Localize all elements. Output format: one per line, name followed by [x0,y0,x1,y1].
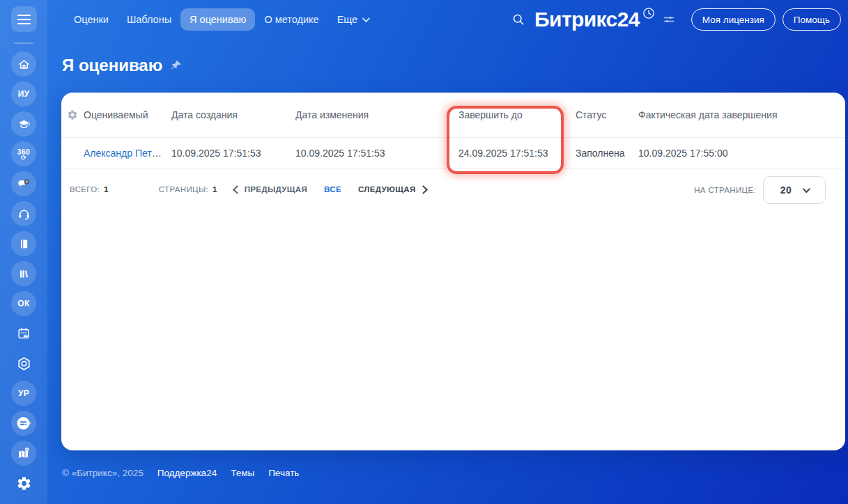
bitrix24-screen: ИУ 360 ⟳ [0,0,848,504]
sidebar-item-library[interactable] [11,261,36,286]
sidebar-item-book[interactable] [11,231,36,256]
sidebar-item-schedule[interactable] [11,321,36,346]
sidebar-item-360-assessment[interactable]: 360 ⟳ [11,141,36,166]
sidebar-item-settings[interactable] [11,471,36,496]
library-books-icon [17,267,31,281]
previous-page-button[interactable]: ПРЕДЫДУЩАЯ [234,185,307,194]
column-header-evaluatee[interactable]: Оцениваемый [84,109,171,120]
footer-link-print[interactable]: Печать [268,468,299,478]
copilot-icon [15,414,33,432]
next-page-button[interactable]: СЛЕДУЮЩАЯ [358,185,426,194]
sidebar-item-feedback[interactable] [11,171,36,196]
pagination-bar: ВСЕГО: 1 СТРАНИЦЫ: 1 ПРЕДЫДУЩАЯ ВСЕ СЛЕД… [61,169,845,210]
book-icon [17,237,31,251]
sidebar-item-home[interactable] [11,52,36,77]
chevron-left-icon [233,185,242,194]
pagination-controls: СТРАНИЦЫ: 1 ПРЕДЫДУЩАЯ ВСЕ СЛЕДУЮЩАЯ [159,185,426,194]
table-row: Александр Петров 10.09.2025 17:51:53 10.… [61,138,845,169]
footer-link-themes[interactable]: Темы [231,468,254,478]
hexagon-icon [16,356,32,372]
per-page-control: НА СТРАНИЦЕ: 20 [694,176,826,204]
sidebar-item-ur[interactable]: УР [11,381,36,406]
headset-icon [17,207,31,221]
chevron-right-icon [419,185,428,194]
show-all-button[interactable]: ВСЕ [324,185,341,194]
column-header-complete-by[interactable]: Завершить до [458,109,576,120]
status-cell: Заполнена [576,148,638,159]
graduation-cap-icon [17,117,31,132]
copyright-text: © «Битрикс», 2025 [62,468,144,478]
help-button[interactable]: Помощь [783,8,841,31]
gear-icon [67,109,78,120]
sliders-icon [662,13,676,26]
total-label: ВСЕГО: [70,185,100,194]
tab-eshche-label: Еще [337,14,358,25]
table-header-row: Оцениваемый Дата создания Дата изменения… [61,93,845,138]
worktime-clock-button[interactable] [642,6,656,20]
sidebar: ИУ 360 ⟳ [0,0,47,504]
settings-gear-icon [16,475,32,491]
sidebar-item-ok[interactable]: ОК [11,291,36,316]
complete-by-cell: 24.09.2025 17:51:53 [458,148,576,159]
total-value: 1 [104,185,109,194]
clock-icon [642,6,656,20]
page-title-row: Я оцениваю [62,56,183,75]
sidebar-icon-rail: ИУ 360 ⟳ [0,52,47,496]
per-page-select[interactable]: 20 [763,176,826,204]
per-page-label: НА СТРАНИЦЕ: [694,186,756,194]
interface-settings-button[interactable] [662,13,676,26]
created-date-cell: 10.09.2025 17:51:53 [171,148,295,159]
tab-o-metodike[interactable]: О методике [255,8,327,31]
sidebar-item-map[interactable] [11,441,36,466]
table-settings-button[interactable] [61,109,84,120]
my-license-button[interactable]: Моя лицензия [691,8,776,31]
total-counter: ВСЕГО: 1 [70,185,109,194]
topbar: Оценки Шаблоны Я оцениваю О методике Еще… [0,0,848,39]
home-icon [17,58,31,71]
topbar-tabs: Оценки Шаблоны Я оцениваю О методике Еще [65,0,377,39]
footer: © «Битрикс», 2025 Поддержка24 Темы Печат… [62,468,299,478]
modified-date-cell: 10.09.2025 17:51:53 [295,148,458,159]
map-pin-icon [17,446,31,461]
chevron-down-icon [362,15,370,22]
column-header-created[interactable]: Дата создания [171,109,295,120]
search-icon [511,13,525,26]
column-header-modified[interactable]: Дата изменения [295,109,458,120]
sidebar-item-education[interactable] [11,111,36,136]
next-label: СЛЕДУЮЩАЯ [358,185,416,194]
evaluatee-link[interactable]: Александр Петров [84,148,168,159]
column-header-status[interactable]: Статус [576,109,638,120]
sidebar-item-hexagon[interactable] [11,351,36,376]
bitrix24-logo: Битрикс24 [534,9,640,30]
page-title: Я оцениваю [62,56,162,75]
pages-label: СТРАНИЦЫ: [159,185,208,194]
tab-eshche[interactable]: Еще [328,8,378,31]
pages-value: 1 [213,185,217,194]
tab-ya-otsenivayu[interactable]: Я оцениваю [180,8,255,31]
tab-otsenki[interactable]: Оценки [65,8,118,31]
calendar-icon [16,326,31,341]
topbar-right: Битрикс24 Моя лицензия Помощь [511,0,841,39]
per-page-value: 20 [780,184,792,196]
footer-link-support24[interactable]: Поддержка24 [157,468,217,478]
sidebar-item-iu[interactable]: ИУ [11,81,36,107]
pin-page-button[interactable] [170,59,183,72]
chevron-down-icon [803,185,810,193]
chat-bubbles-icon [17,177,31,191]
sidebar-item-copilot[interactable] [11,411,36,436]
pushpin-icon [170,59,183,72]
pages-counter: СТРАНИЦЫ: 1 [159,185,217,194]
sidebar-divider [14,42,33,44]
search-button[interactable] [511,13,525,26]
tab-shablony[interactable]: Шаблоны [118,8,180,31]
actual-completion-cell: 10.09.2025 17:55:00 [638,148,845,159]
column-header-actual-completion[interactable]: Фактическая дата завершения [638,109,845,120]
evaluations-card: Оцениваемый Дата создания Дата изменения… [61,93,845,450]
refresh-arrow-icon: ⟳ [21,155,27,160]
sidebar-item-support[interactable] [11,201,36,226]
previous-label: ПРЕДЫДУЩАЯ [245,185,307,194]
